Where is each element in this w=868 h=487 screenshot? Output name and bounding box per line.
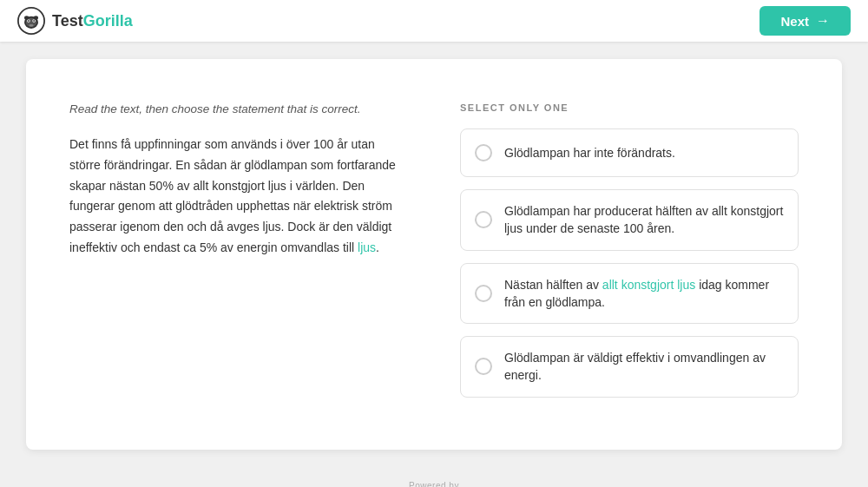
powered-by-text: Powered by <box>409 481 459 487</box>
logo-gorilla: Gorilla <box>83 12 133 30</box>
svg-point-8 <box>24 16 29 19</box>
option-1-text: Glödlampan har inte förändrats. <box>504 144 675 161</box>
select-label: SELECT ONLY ONE <box>460 102 799 113</box>
right-panel: SELECT ONLY ONE Glödlampan har inte förä… <box>460 102 799 398</box>
left-panel: Read the text, then choose the statement… <box>69 102 408 398</box>
main-content: Read the text, then choose the statement… <box>0 42 868 467</box>
option-2[interactable]: Glödlampan har producerat hälften av all… <box>460 189 799 251</box>
option-3[interactable]: Nästan hälften av allt konstgjort ljus i… <box>460 263 799 325</box>
option-4[interactable]: Glödlampan är väldigt effektiv i omvandl… <box>460 336 799 398</box>
footer: Powered by TestGorilla <box>0 467 868 487</box>
header: TestGorilla Next → <box>0 0 868 42</box>
passage-text: Det finns få uppfinningar som används i … <box>69 135 408 259</box>
question-card: Read the text, then choose the statement… <box>26 59 842 450</box>
svg-point-5 <box>28 20 30 22</box>
option-1[interactable]: Glödlampan har inte förändrats. <box>460 128 799 177</box>
svg-point-6 <box>33 20 35 22</box>
option-4-text: Glödlampan är väldigt effektiv i omvandl… <box>504 349 784 385</box>
logo-text: TestGorilla <box>52 12 133 30</box>
option-3-text: Nästan hälften av allt konstgjort ljus i… <box>504 276 784 312</box>
next-arrow-icon: → <box>816 13 830 29</box>
radio-2[interactable] <box>475 211 492 228</box>
option-2-text: Glödlampan har producerat hälften av all… <box>504 202 784 238</box>
radio-4[interactable] <box>475 358 492 375</box>
next-button[interactable]: Next → <box>760 6 851 36</box>
logo-test: Test <box>52 12 83 30</box>
instruction-text: Read the text, then choose the statement… <box>69 102 408 115</box>
highlight-word: ljus <box>358 240 376 254</box>
logo: TestGorilla <box>17 7 133 35</box>
radio-3[interactable] <box>475 285 492 302</box>
options-list: Glödlampan har inte förändrats. Glödlamp… <box>460 128 799 398</box>
svg-point-9 <box>34 16 38 19</box>
radio-1[interactable] <box>475 144 492 161</box>
option-3-highlight: allt konstgjort ljus <box>602 278 695 292</box>
next-button-label: Next <box>780 14 809 29</box>
svg-point-7 <box>29 24 33 27</box>
logo-icon <box>17 7 45 35</box>
